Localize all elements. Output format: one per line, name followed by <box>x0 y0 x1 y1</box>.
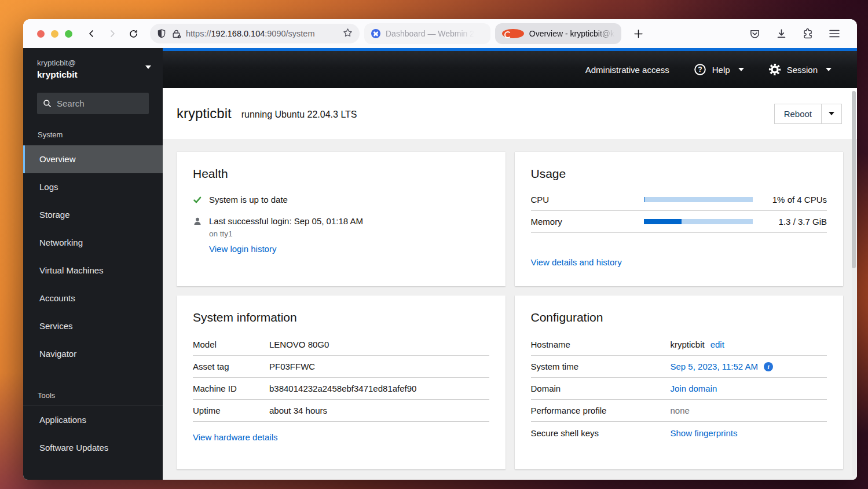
usage-card: Usage CPU 1% of 4 CPUs Memory 1.3 / 3.7 … <box>515 152 844 286</box>
toolbar-right-icons <box>747 26 842 41</box>
section-label-system: System <box>23 130 163 139</box>
download-icon <box>776 28 787 39</box>
show-fingerprints-link[interactable]: Show fingerprints <box>671 428 738 438</box>
sidebar-item-software-updates[interactable]: Software Updates <box>23 434 163 462</box>
secure-shell-keys-label: Secure shell keys <box>531 428 671 438</box>
administrative-access-button[interactable]: Administrative access <box>585 65 669 75</box>
pocket-button[interactable] <box>747 26 762 41</box>
sidebar-item-applications[interactable]: Applications <box>23 406 163 434</box>
model-label: Model <box>193 340 269 349</box>
sidebar-item-overview[interactable]: Overview <box>23 145 163 173</box>
lock-icon <box>171 29 181 39</box>
help-menu[interactable]: ? Help <box>694 63 744 76</box>
last-login-text: Last successful login: Sep 05, 01:18 AM <box>209 216 363 226</box>
system-information-card: System information Model LENOVO 80G0 Ass… <box>177 295 506 469</box>
system-time-label: System time <box>531 362 671 371</box>
memory-value: 1.3 / 3.7 GiB <box>753 217 827 227</box>
desktop-wallpaper: https://192.168.0.104:9090/system Dashbo… <box>0 0 868 489</box>
tab-cockpit-overview[interactable]: Overview - krypticbit@k <box>495 23 621 44</box>
cpu-progress-bar <box>644 197 753 202</box>
system-time-link[interactable]: Sep 5, 2023, 11:52 AM <box>671 362 759 371</box>
view-login-history-link[interactable]: View login history <box>209 244 276 254</box>
session-menu[interactable]: Session <box>768 63 832 76</box>
view-hardware-details-link[interactable]: View hardware details <box>193 432 277 442</box>
join-domain-link[interactable]: Join domain <box>671 384 717 393</box>
page-hostname: krypticbit <box>177 105 232 122</box>
sidebar-item-storage[interactable]: Storage <box>23 201 163 229</box>
menu-button[interactable] <box>827 26 842 41</box>
url-bar[interactable]: https://192.168.0.104:9090/system <box>150 24 360 43</box>
table-row: Machine ID b384014232a2458ebf3471ed81afe… <box>193 378 489 400</box>
sidebar-item-navigator[interactable]: Navigator <box>23 340 163 368</box>
downloads-button[interactable] <box>774 26 789 41</box>
user-at-host: krypticbit@ <box>37 59 78 67</box>
sidebar-item-networking[interactable]: Networking <box>23 229 163 257</box>
browser-window: https://192.168.0.104:9090/system Dashbo… <box>23 19 857 480</box>
sidebar-item-virtual-machines[interactable]: Virtual Machines <box>23 257 163 284</box>
user-icon <box>193 217 202 226</box>
sidebar-search[interactable] <box>37 93 149 114</box>
hostname-label: krypticbit <box>37 70 78 80</box>
configuration-card: Configuration Hostname krypticbit edit S <box>515 295 844 469</box>
configuration-title: Configuration <box>531 311 827 324</box>
cockpit-page: krypticbit@ krypticbit System Overview L… <box>23 48 857 480</box>
webmin-favicon-icon <box>371 29 380 38</box>
scrollbar-thumb[interactable] <box>852 91 856 268</box>
forward-button[interactable] <box>104 25 121 42</box>
reload-button[interactable] <box>124 25 142 42</box>
cockpit-favicon-icon <box>502 29 524 38</box>
machine-id-label: Machine ID <box>193 384 269 393</box>
performance-profile-label: Performance profile <box>531 406 671 415</box>
reboot-split-button: Reboot <box>774 104 842 124</box>
shield-icon <box>157 29 166 38</box>
sidebar-item-accounts[interactable]: Accounts <box>23 284 163 312</box>
extensions-button[interactable] <box>800 26 815 41</box>
chevron-down-icon <box>829 112 834 115</box>
maximize-window-button[interactable] <box>65 30 72 38</box>
table-row: Uptime about 34 hours <box>193 400 489 422</box>
hostname-edit-link[interactable]: edit <box>710 340 724 349</box>
new-tab-button[interactable] <box>629 25 647 42</box>
system-nav: Overview Logs Storage Networking Virtual… <box>23 145 163 368</box>
view-details-history-link[interactable]: View details and history <box>531 257 622 267</box>
update-status-text: System is up to date <box>209 195 288 205</box>
page-scrollbar[interactable] <box>852 91 856 476</box>
reboot-button[interactable]: Reboot <box>775 104 821 123</box>
masthead: Administrative access ? Help Session <box>163 51 857 88</box>
table-row: Performance profile none <box>531 400 827 422</box>
chevron-down-icon <box>738 68 744 71</box>
section-label-tools: Tools <box>23 391 163 400</box>
sidebar-item-services[interactable]: Services <box>23 312 163 340</box>
minimize-window-button[interactable] <box>51 30 58 38</box>
asset-tag-label: Asset tag <box>193 362 269 371</box>
memory-row: Memory 1.3 / 3.7 GiB <box>531 211 827 233</box>
sidebar: krypticbit@ krypticbit System Overview L… <box>23 48 163 480</box>
puzzle-icon <box>802 28 814 39</box>
reboot-dropdown-toggle[interactable] <box>821 104 841 123</box>
bookmark-star-button[interactable] <box>343 28 353 40</box>
gear-icon <box>768 63 781 76</box>
close-window-button[interactable] <box>37 30 45 38</box>
uptime-value: about 34 hours <box>269 406 327 415</box>
last-login-block: Last successful login: Sep 05, 01:18 AM … <box>209 216 363 254</box>
host-user-switcher[interactable]: krypticbit@ krypticbit <box>23 48 163 80</box>
system-information-title: System information <box>193 311 489 324</box>
usage-table: CPU 1% of 4 CPUs Memory 1.3 / 3.7 GiB <box>531 189 827 233</box>
table-row: Model LENOVO 80G0 <box>193 334 489 356</box>
asset-tag-value: PF03FFWC <box>269 362 315 371</box>
cpu-progress-fill <box>644 197 645 202</box>
pocket-icon <box>749 28 760 39</box>
overview-content: Health System is up to date Last success… <box>163 139 857 480</box>
cpu-value: 1% of 4 CPUs <box>753 195 827 205</box>
help-label: Help <box>712 65 730 75</box>
sidebar-item-logs[interactable]: Logs <box>23 173 163 201</box>
info-icon[interactable]: i <box>764 362 773 371</box>
search-input[interactable] <box>57 98 138 108</box>
back-button[interactable] <box>83 25 100 42</box>
machine-id-value: b384014232a2458ebf3471ed81afef90 <box>269 384 416 393</box>
tab-webmin-dashboard[interactable]: Dashboard — Webmin 2 <box>364 23 490 44</box>
table-row: Domain Join domain <box>531 378 827 400</box>
hamburger-icon <box>829 29 840 38</box>
host-user-text: krypticbit@ krypticbit <box>37 59 78 80</box>
configuration-table: Hostname krypticbit edit System time Sep… <box>531 334 827 444</box>
